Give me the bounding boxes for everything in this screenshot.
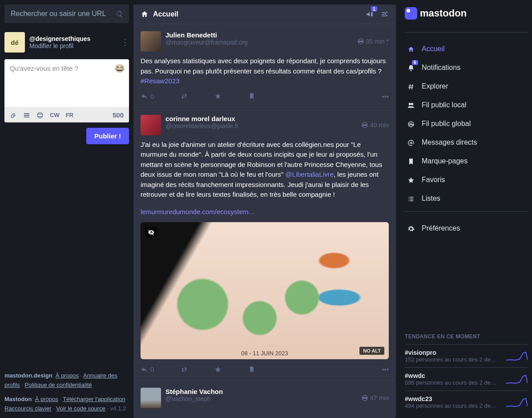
nav-bell[interactable]: Notifications6 — [405, 58, 528, 77]
trend-sub: 595 personnes au cours des 2 de… — [405, 379, 503, 386]
nav-star[interactable]: Favoris — [405, 170, 528, 189]
footer-download[interactable]: Télécharger l'application — [63, 396, 125, 402]
favorite-button[interactable] — [214, 93, 222, 100]
favorite-button[interactable] — [214, 366, 222, 373]
trend-tag: #wwdc — [405, 372, 503, 379]
home-icon — [141, 10, 149, 18]
sparkline — [506, 397, 528, 408]
language-button[interactable]: FR — [66, 112, 73, 118]
nav-bookmark[interactable]: Marque-pages — [405, 152, 528, 170]
avatar[interactable] — [141, 31, 161, 52]
nav-home[interactable]: Accueil — [405, 40, 528, 58]
reply-button[interactable]: 0 — [141, 93, 154, 100]
hide-media-button[interactable] — [145, 227, 157, 238]
status[interactable]: Stéphanie Vachon @vachon_steph 47 min — [133, 381, 396, 415]
sparkline — [506, 373, 528, 385]
list-icon — [407, 195, 415, 203]
compose-textarea[interactable] — [10, 65, 124, 100]
attach-icon[interactable] — [10, 111, 17, 119]
boost-button[interactable] — [181, 93, 188, 100]
bookmark-button[interactable] — [248, 93, 255, 100]
boost-button[interactable] — [181, 366, 188, 373]
nav-users[interactable]: Fil public local — [405, 96, 528, 114]
at-icon — [407, 138, 415, 146]
more-button[interactable]: ••• — [382, 93, 389, 100]
display-name[interactable]: corinne morel darleux — [165, 115, 357, 122]
nav-preferences[interactable]: Préférences — [405, 219, 528, 238]
status[interactable]: corinne morel darleux @cmoreldarleux@pia… — [133, 108, 396, 381]
gear-icon — [407, 224, 415, 232]
column-settings-button[interactable] — [381, 10, 389, 18]
column-title: Accueil — [153, 10, 359, 18]
nav-hash[interactable]: Explorer — [405, 77, 528, 96]
users-icon — [407, 101, 415, 109]
home-icon — [407, 45, 415, 53]
footer-source[interactable]: Voir le code source — [56, 405, 105, 412]
post-time[interactable]: 40 min — [361, 115, 389, 135]
hash-icon — [407, 82, 415, 90]
hashtag-link[interactable]: #Resaw2023 — [141, 77, 180, 85]
media-attachment[interactable]: NO ALT 08 - 11 JUIN 2023 — [141, 222, 389, 359]
nav-globe[interactable]: Fil public global — [405, 114, 528, 133]
nav-label: Notifications — [422, 64, 460, 72]
trend-sub: 152 personnes au cours des 2 de… — [405, 356, 503, 363]
bookmark-button[interactable] — [248, 366, 255, 373]
footer-about[interactable]: À propos — [56, 372, 79, 379]
trend-item[interactable]: #wwdc23494 personnes au cours des 2 de… — [405, 390, 528, 414]
poll-icon[interactable] — [23, 111, 30, 119]
visibility-icon[interactable] — [36, 111, 44, 119]
post-time[interactable]: 47 min — [361, 388, 389, 408]
more-button[interactable]: ••• — [382, 365, 389, 373]
column-header: Accueil 1 — [133, 4, 396, 24]
nav-label: Préférences — [422, 224, 460, 232]
char-count: 500 — [113, 111, 124, 119]
compose-box: 😂 CW FR 500 — [4, 59, 129, 122]
nav-list[interactable]: Listes — [405, 189, 528, 208]
nav-label: Favoris — [422, 176, 445, 184]
timeline: Accueil 1 Julien Benedetti @macgraveur@f… — [133, 4, 396, 418]
bookmark-icon — [407, 157, 415, 165]
search-icon — [116, 10, 124, 18]
trend-sub: 494 personnes au cours des 2 de… — [405, 402, 503, 409]
nav-label: Explorer — [422, 82, 448, 90]
footer: mastodon.design: À propos · Annuaire des… — [4, 371, 129, 414]
logo[interactable]: mastodon — [405, 7, 528, 20]
post-time[interactable]: 35 min * — [357, 31, 389, 52]
footer-privacy[interactable]: Politique de confidentialité — [25, 381, 92, 388]
nav-at[interactable]: Messages directs — [405, 133, 528, 152]
display-name[interactable]: Stéphanie Vachon — [165, 388, 357, 395]
status[interactable]: Julien Benedetti @macgraveur@framapiaf.o… — [133, 24, 396, 108]
star-icon — [407, 176, 415, 184]
announcements-button[interactable]: 1 — [366, 10, 374, 18]
avatar[interactable] — [141, 388, 161, 408]
trend-tag: #visionpro — [405, 349, 503, 356]
account-handle[interactable]: @vachon_steph — [165, 395, 357, 402]
emoji-picker-button[interactable]: 😂 — [115, 64, 125, 73]
avatar[interactable] — [141, 115, 161, 135]
avatar[interactable]: dé — [4, 32, 25, 53]
search-input[interactable] — [4, 4, 129, 23]
user-handle[interactable]: @designersethiques — [29, 35, 121, 42]
trend-item[interactable]: #visionpro152 personnes au cours des 2 d… — [405, 344, 528, 367]
trend-item[interactable]: #wwdc595 personnes au cours des 2 de… — [405, 367, 528, 390]
publish-button[interactable]: Publier ! — [86, 128, 129, 144]
post-content: Des analyses statistiques avec deux poig… — [141, 56, 389, 86]
account-handle[interactable]: @macgraveur@framapiaf.org — [165, 39, 353, 46]
reply-button[interactable]: 0 — [141, 365, 154, 373]
post-content: J'ai eu la joie d'animer un atelier d'éc… — [141, 140, 389, 217]
edit-profile-link[interactable]: Modifier le profil — [29, 42, 121, 49]
mention-link[interactable]: @LibertaliaLivre — [285, 170, 334, 178]
search-bar[interactable] — [4, 4, 129, 23]
footer-shortcuts[interactable]: Raccourcis clavier — [4, 405, 51, 412]
account-menu-button[interactable]: ⋮ — [121, 37, 129, 47]
account-handle[interactable]: @cmoreldarleux@piaille.fr — [165, 122, 357, 130]
post-actions: 0 ••• — [141, 365, 389, 373]
sparkline — [506, 350, 528, 362]
media-caption: 08 - 11 JUIN 2023 — [241, 350, 288, 357]
compose-header: dé @designersethiques Modifier le profil… — [4, 28, 129, 59]
external-link[interactable]: lemurmuredumonde.com/ecosystem… — [141, 208, 255, 215]
announcements-badge: 1 — [371, 6, 377, 12]
footer-about2[interactable]: À propos — [35, 396, 58, 402]
cw-button[interactable]: CW — [50, 112, 60, 118]
display-name[interactable]: Julien Benedetti — [165, 31, 353, 39]
